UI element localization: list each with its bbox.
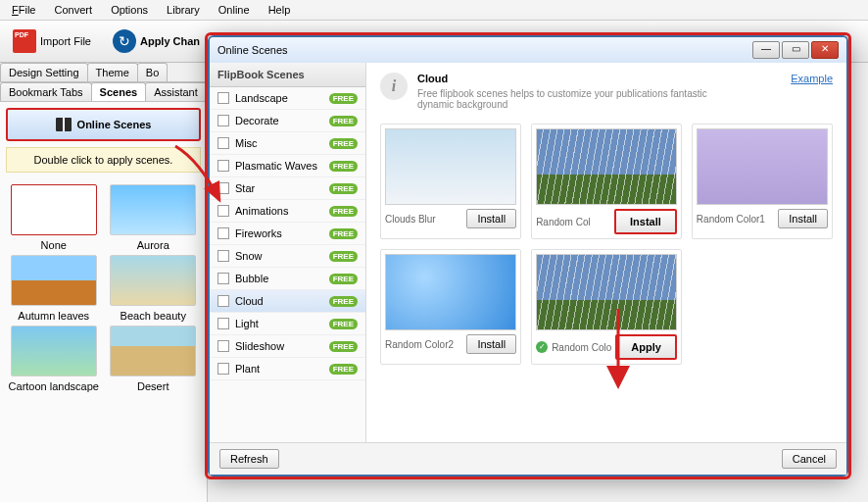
scene-beach[interactable]: Beach beauty	[106, 255, 202, 322]
menu-online[interactable]: Online	[211, 2, 258, 18]
cat-bubble[interactable]: BubbleFREE	[210, 268, 365, 290]
book-icon	[56, 118, 72, 131]
tab-bo[interactable]: Bo	[137, 63, 168, 81]
tab-theme[interactable]: Theme	[87, 63, 138, 81]
preview-random-color-apply: ✓ Random Colo Apply	[531, 249, 682, 365]
tab-scenes[interactable]: Scenes	[91, 82, 147, 101]
cat-plant[interactable]: PlantFREE	[210, 358, 365, 380]
checkbox-icon	[217, 340, 229, 352]
checkbox-icon	[217, 205, 229, 217]
cancel-button[interactable]: Cancel	[782, 449, 837, 469]
apply-hint: Double click to apply scenes.	[6, 147, 201, 173]
cat-star[interactable]: StarFREE	[210, 177, 365, 200]
menu-help[interactable]: Help	[261, 2, 299, 18]
preview-image	[536, 128, 677, 205]
thumb-autumn-icon	[11, 255, 97, 306]
checkbox-icon	[217, 250, 229, 262]
left-panel: Design Setting Theme Bo Bookmark Tabs Sc…	[0, 63, 208, 502]
menu-options[interactable]: Options	[103, 2, 156, 18]
checkbox-icon	[217, 182, 229, 194]
menu-convert[interactable]: Convert	[47, 2, 101, 18]
category-header: FlipBook Scenes	[210, 63, 365, 87]
cat-animations[interactable]: AnimationsFREE	[210, 200, 365, 223]
preview-image	[385, 128, 516, 205]
refresh-button[interactable]: Refresh	[219, 449, 279, 469]
thumb-aurora-icon	[110, 184, 196, 235]
thumb-beach-label: Beach beauty	[106, 310, 202, 322]
free-tag: FREE	[329, 228, 358, 239]
tabs-row-1: Design Setting Theme Bo	[0, 63, 207, 82]
install-button[interactable]: Install	[778, 209, 828, 228]
online-scenes-dialog: Online Scenes — ▭ ✕ FlipBook Scenes Land…	[208, 35, 848, 477]
preview-image	[697, 128, 828, 205]
checkbox-icon	[217, 160, 229, 172]
apply-button-highlighted[interactable]: Apply	[615, 334, 677, 360]
tab-assistant[interactable]: Assistant	[145, 82, 207, 101]
free-tag: FREE	[329, 251, 358, 262]
cat-fireworks[interactable]: FireworksFREE	[210, 223, 365, 245]
online-scenes-button[interactable]: Online Scenes	[6, 108, 201, 141]
preview-label: Random Colo	[552, 342, 611, 353]
scene-cartoon[interactable]: Cartoon landscape	[6, 326, 102, 392]
menu-library[interactable]: Library	[159, 2, 208, 18]
checkbox-icon	[217, 318, 229, 329]
cat-snow[interactable]: SnowFREE	[210, 245, 365, 268]
dialog-title: Online Scenes	[217, 44, 288, 56]
checkbox-icon	[217, 115, 229, 126]
thumb-aurora-label: Aurora	[106, 239, 202, 251]
free-tag: FREE	[329, 161, 358, 172]
preview-label: Clouds Blur	[385, 214, 462, 225]
detail-panel: i Cloud Free flipbook scenes helps to cu…	[366, 63, 846, 442]
menu-bar: FFileFile Convert Options Library Online…	[0, 0, 868, 21]
dialog-footer: Refresh Cancel	[210, 442, 846, 475]
scene-grid: None Aurora Autumn leaves Beach beauty C…	[0, 178, 207, 398]
tab-bookmark[interactable]: Bookmark Tabs	[0, 82, 92, 101]
preview-random-color1: Random Color1 Install	[692, 124, 833, 239]
install-button[interactable]: Install	[466, 334, 516, 354]
free-tag: FREE	[329, 93, 358, 104]
cat-slideshow[interactable]: SlideshowFREE	[210, 335, 365, 358]
window-minimize-button[interactable]: —	[752, 41, 780, 59]
preview-random-color2: Random Color2 Install	[380, 249, 521, 365]
selected-scene-title: Cloud	[417, 73, 711, 84]
refresh-icon	[113, 29, 136, 53]
apply-changes-button[interactable]: Apply Chan	[104, 25, 209, 58]
cat-landscape[interactable]: LandscapeFREE	[210, 87, 365, 110]
preview-label: Random Col	[536, 217, 610, 227]
install-button-highlighted[interactable]: Install	[614, 209, 677, 234]
window-close-button[interactable]: ✕	[811, 41, 839, 59]
cat-misc[interactable]: MiscFREE	[210, 132, 365, 155]
thumb-desert-icon	[110, 326, 196, 376]
thumb-autumn-label: Autumn leaves	[6, 310, 102, 322]
import-file-button[interactable]: Import File	[4, 25, 100, 58]
cat-decorate[interactable]: DecorateFREE	[210, 110, 365, 132]
checkbox-icon	[217, 137, 229, 149]
scene-autumn[interactable]: Autumn leaves	[6, 255, 102, 322]
import-file-label: Import File	[40, 35, 91, 47]
installed-check-icon: ✓	[536, 341, 548, 353]
thumb-none-icon	[11, 184, 97, 235]
scene-aurora[interactable]: Aurora	[106, 184, 202, 251]
cat-cloud[interactable]: CloudFREE	[210, 290, 365, 313]
free-tag: FREE	[329, 183, 358, 194]
tab-design-setting[interactable]: Design Setting	[0, 63, 88, 81]
install-button[interactable]: Install	[466, 209, 516, 228]
apply-changes-label: Apply Chan	[140, 35, 200, 47]
example-link[interactable]: Example	[791, 73, 833, 110]
checkbox-icon	[217, 227, 229, 239]
cat-light[interactable]: LightFREE	[210, 313, 365, 335]
free-tag: FREE	[329, 341, 358, 352]
free-tag: FREE	[329, 296, 358, 307]
scene-none[interactable]: None	[6, 184, 102, 251]
checkbox-icon	[217, 295, 229, 307]
window-maximize-button[interactable]: ▭	[782, 41, 809, 59]
checkbox-icon	[217, 92, 229, 104]
thumb-cartoon-icon	[11, 326, 97, 376]
category-panel: FlipBook Scenes LandscapeFREE DecorateFR…	[210, 63, 366, 442]
thumb-cartoon-label: Cartoon landscape	[6, 380, 102, 392]
checkbox-icon	[217, 363, 229, 375]
free-tag: FREE	[329, 206, 358, 217]
scene-desert[interactable]: Desert	[106, 326, 202, 392]
menu-file[interactable]: FFileFile	[4, 2, 43, 18]
cat-plasmatic[interactable]: Plasmatic WavesFREE	[210, 155, 365, 177]
